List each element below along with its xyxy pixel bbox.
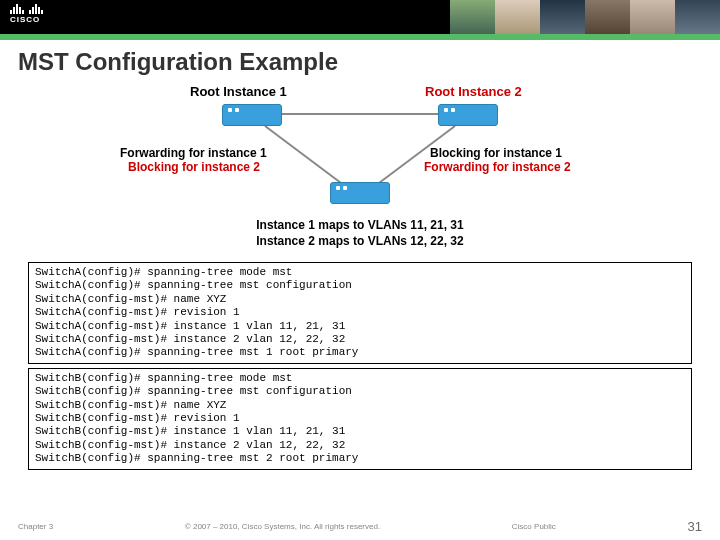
chapter-label: Chapter 3	[18, 522, 53, 531]
instance-2-map: Instance 2 maps to VLANs 12, 22, 32	[0, 234, 720, 248]
right-forwarding-label: Forwarding for instance 2	[424, 160, 571, 174]
switch-a-icon	[222, 104, 282, 126]
switch-a-config: SwitchA(config)# spanning-tree mode mst …	[28, 262, 692, 364]
copyright-label: © 2007 – 2010, Cisco Systems, Inc. All r…	[185, 522, 380, 531]
photo-strip	[450, 0, 720, 34]
instance-1-map: Instance 1 maps to VLANs 11, 21, 31	[0, 218, 720, 232]
root-instance-2-label: Root Instance 2	[425, 84, 522, 99]
page-number: 31	[688, 519, 702, 534]
logo-text: CISCO	[10, 15, 43, 24]
footer: Chapter 3 © 2007 – 2010, Cisco Systems, …	[0, 519, 720, 534]
svg-line-1	[265, 126, 345, 186]
switch-c-icon	[330, 182, 390, 204]
switch-b-config: SwitchB(config)# spanning-tree mode mst …	[28, 368, 692, 470]
accent-bar	[0, 34, 720, 40]
switch-b-icon	[438, 104, 498, 126]
mst-diagram: Root Instance 1 Root Instance 2 Forwardi…	[0, 84, 720, 260]
left-forwarding-label: Forwarding for instance 1	[120, 146, 267, 160]
root-instance-1-label: Root Instance 1	[190, 84, 287, 99]
left-blocking-label: Blocking for instance 2	[128, 160, 260, 174]
header-bar: CISCO	[0, 0, 720, 34]
public-label: Cisco Public	[512, 522, 556, 531]
slide-title: MST Configuration Example	[0, 44, 720, 84]
cisco-logo: CISCO	[10, 4, 43, 24]
logo-bars-icon	[10, 4, 43, 14]
right-blocking-label: Blocking for instance 1	[430, 146, 562, 160]
